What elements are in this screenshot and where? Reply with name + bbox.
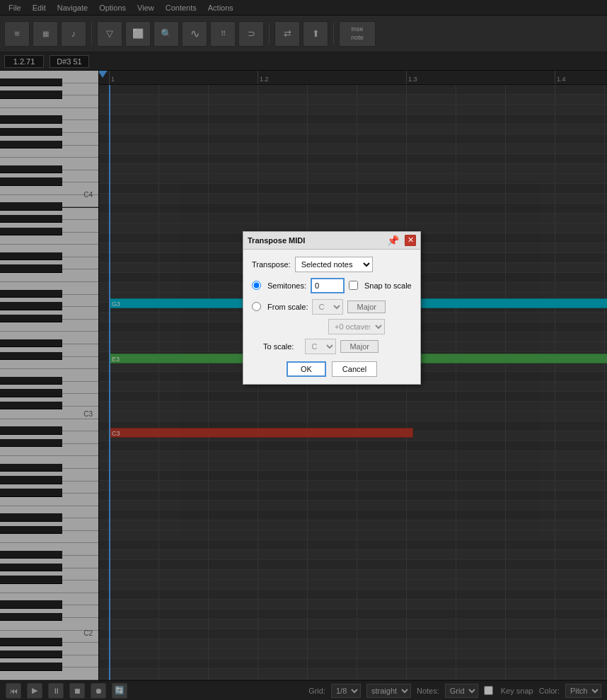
semitones-row: Semitones: Snap to scale xyxy=(252,278,412,293)
pin-icon[interactable]: 📌 xyxy=(387,235,399,246)
modal-body: Transpose: Selected notes All notes Semi… xyxy=(243,250,420,384)
semitones-label: Semitones: xyxy=(267,281,306,290)
cancel-button[interactable]: Cancel xyxy=(332,361,377,377)
snap-to-scale-checkbox[interactable] xyxy=(349,281,358,290)
transpose-row: Transpose: Selected notes All notes xyxy=(252,257,412,272)
modal-close-button[interactable]: ✕ xyxy=(405,235,416,246)
to-scale-type-button[interactable]: Major xyxy=(340,340,378,353)
octaves-select[interactable]: +0 octaves xyxy=(328,319,385,334)
modal-buttons: OK Cancel xyxy=(252,361,412,377)
to-scale-key-select[interactable]: C xyxy=(305,339,336,354)
from-scale-key-select[interactable]: C xyxy=(312,299,343,315)
modal-overlay: Transpose MIDI 📌 ✕ Transpose: Selected n… xyxy=(0,0,607,700)
to-scale-row: To scale: C Major xyxy=(252,339,412,354)
transpose-select[interactable]: Selected notes All notes xyxy=(295,257,373,272)
transpose-label: Transpose: xyxy=(252,260,291,269)
to-scale-label: To scale: xyxy=(263,342,294,351)
from-scale-row: From scale: C Major xyxy=(252,299,412,315)
snap-to-scale-label: Snap to scale xyxy=(364,281,412,290)
ok-button[interactable]: OK xyxy=(287,361,326,377)
transpose-modal: Transpose MIDI 📌 ✕ Transpose: Selected n… xyxy=(243,231,421,385)
from-scale-radio[interactable] xyxy=(252,302,261,311)
semitones-input[interactable] xyxy=(311,278,345,293)
from-scale-type-button[interactable]: Major xyxy=(347,301,386,313)
from-scale-label: From scale: xyxy=(267,303,308,311)
modal-title: Transpose MIDI xyxy=(248,236,305,245)
semitones-radio[interactable] xyxy=(252,281,261,290)
octaves-row: +0 octaves xyxy=(328,319,412,334)
modal-titlebar: Transpose MIDI 📌 ✕ xyxy=(243,232,420,250)
